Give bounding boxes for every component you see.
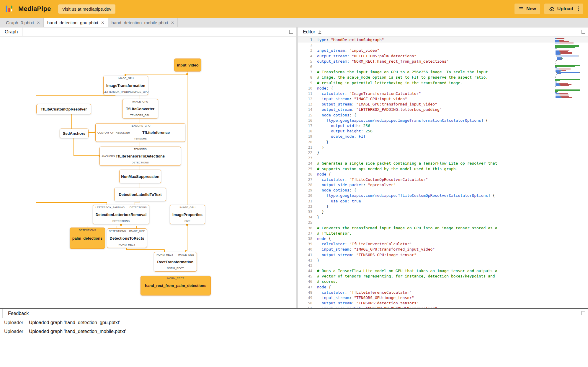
graph-tab-label: Graph (5, 29, 18, 35)
code-line[interactable]: 22} (298, 150, 588, 155)
code-line[interactable]: 15 node_options: { (298, 113, 588, 118)
code-line[interactable]: 19 scale_mode: FIT (298, 134, 588, 139)
code-line[interactable]: 13 output_stream: "IMAGE_GPU:transformed… (298, 102, 588, 107)
minimap[interactable] (555, 38, 584, 98)
code-line[interactable]: 39 calculator: "TfLiteConverterCalculato… (298, 241, 588, 247)
graph-node-palm_detections[interactable]: DETECTIONSpalm_detections (70, 228, 105, 249)
code-line[interactable]: 38node { (298, 236, 588, 241)
code-line[interactable]: 31 use_gpu: true (298, 199, 588, 204)
code-line[interactable]: 18 output_height: 256 (298, 129, 588, 134)
code-line[interactable]: 11 calculator: "ImageTransformationCalcu… (298, 91, 588, 96)
file-tab-graph-0-pbtxt[interactable]: Graph_0.pbtxt× (2, 18, 44, 27)
code-line[interactable]: 24# Generates a single side packet conta… (298, 161, 588, 166)
code-line[interactable]: 21 } (298, 145, 588, 150)
code-line[interactable]: 2 (298, 43, 588, 48)
upload-button[interactable]: Upload (544, 4, 583, 14)
graph-node-non_max_suppression[interactable]: NonMaxSuppression (119, 170, 161, 183)
graph-node-tflite_inference[interactable]: TENSORS_GPUTfLiteInferenceTENSORSCUSTOM_… (95, 123, 185, 142)
code-line[interactable]: 27 calculator: "TfLiteCustomOpResolverCa… (298, 177, 588, 182)
tab-close-icon[interactable]: × (171, 20, 174, 25)
graph-node-tflite_custom_op_resolver[interactable]: TfLiteCustomOpResolver (36, 104, 91, 114)
code-line[interactable]: 1type: "HandDetectionSubgraph" (298, 37, 588, 43)
editor-expand-panel-icon[interactable] (582, 30, 585, 34)
code-line[interactable]: 30 [type.googleapis.com/mediapipe.TfLite… (298, 193, 588, 198)
code-line[interactable]: 50 output_stream: "TENSORS:detection_ten… (298, 301, 588, 306)
graph-canvas[interactable]: input_videoIMAGE_GPUImageTransformationL… (0, 27, 296, 308)
graph-expand-panel-icon[interactable] (289, 30, 293, 34)
code-line[interactable]: 20 } (298, 139, 588, 145)
code-line[interactable]: 29 node_options: { (298, 188, 588, 193)
code-line[interactable]: 8# image, the scale_mode option is set t… (298, 75, 588, 80)
minimap-line (555, 50, 584, 51)
code-line[interactable]: 6 (298, 64, 588, 69)
minimap-line (555, 38, 584, 39)
file-tab-hand-detection-gpu-pbtxt[interactable]: hand_detection_gpu.pbtxt× (44, 18, 108, 27)
code-line[interactable]: 5output_stream: "NORM_RECT:hand_rect_fro… (298, 59, 588, 64)
code-line[interactable]: 42} (298, 258, 588, 263)
node-input-ports: IMAGE_GPU (122, 99, 158, 104)
graph-node-input_video[interactable]: input_video (174, 59, 201, 72)
graph-node-detection_letterbox_removal[interactable]: LETTERBOX_PADDINGDETECTIONSDetectionLett… (93, 205, 149, 224)
visit-us-text: Visit us at (62, 7, 83, 12)
line-number: 14 (298, 107, 317, 112)
graph-node-hand_rect_from_palm_detections[interactable]: NORM_RECThand_rect_from_palm_detections (141, 276, 211, 295)
graph-node-tflite_tensors_to_detections[interactable]: TENSORSTfLiteTensorsToDetectionsDETECTIO… (99, 147, 181, 166)
code-line[interactable]: 49 input_stream: "TENSORS_GPU:image_tens… (298, 295, 588, 301)
code-line[interactable]: 41 output_stream: "TENSORS_GPU:image_ten… (298, 252, 588, 258)
graph-tab[interactable]: Graph (0, 27, 23, 36)
code-editor[interactable]: 1type: "HandDetectionSubgraph"23input_st… (298, 37, 588, 308)
code-line[interactable]: 16 [type.googleapis.com/mediapipe.ImageT… (298, 118, 588, 123)
graph-node-rect_transformation[interactable]: NORM_RECTIMAGE_SIZERectTransformationNOR… (154, 252, 197, 272)
code-line[interactable]: 43 (298, 263, 588, 268)
graph-node-image_properties[interactable]: IMAGE_GPUImagePropertiesSIZE (170, 205, 205, 224)
node-title: TfLiteConverter (122, 104, 158, 114)
editor-tab[interactable]: Editor (298, 27, 327, 36)
graph-node-tflite_converter[interactable]: IMAGE_GPUTfLiteConverterTENSORS_GPU (122, 99, 158, 118)
code-line[interactable]: 7# Transforms the input image on GPU to … (298, 69, 588, 75)
upload-menu-kebab-icon[interactable] (577, 6, 579, 12)
code-line[interactable]: 12 input_stream: "IMAGE_GPU:input_video" (298, 96, 588, 102)
minimap-line (555, 70, 584, 71)
code-line[interactable]: 44# Runs a TensorFlow Lite model on GPU … (298, 268, 588, 274)
code-line[interactable]: 35 (298, 220, 588, 225)
graph-node-ssd_anchors[interactable]: SsdAnchors (60, 129, 89, 138)
tab-close-icon[interactable]: × (101, 20, 104, 25)
feedback-expand-panel-icon[interactable] (582, 311, 585, 315)
graph-node-detection_label_id_to_text[interactable]: DetectionLabelIdToText (114, 188, 166, 201)
code-line[interactable]: 51 input_side_packet: "CUSTOM_OP_RESOLVE… (298, 306, 588, 308)
panel-resize-divider[interactable] (296, 27, 298, 308)
code-line[interactable]: 17 output_width: 256 (298, 123, 588, 129)
new-button[interactable]: New (514, 4, 540, 14)
feedback-tab[interactable]: Feedback (2, 309, 34, 318)
code-line[interactable]: 26node { (298, 172, 588, 177)
code-line[interactable]: 25# supports custom ops needed by the mo… (298, 166, 588, 172)
code-line[interactable]: 32 } (298, 204, 588, 209)
code-line[interactable]: 37# TfLiteTensor. (298, 231, 588, 236)
code-line[interactable]: 33 } (298, 209, 588, 215)
code-line[interactable]: 36# Converts the transformed input image… (298, 225, 588, 231)
code-line[interactable]: 4output_stream: "DETECTIONS:palm_detecti… (298, 53, 588, 59)
code-line[interactable]: 3input_stream: "input_video" (298, 48, 588, 53)
code-line[interactable]: 28 output_side_packet: "opresolver" (298, 182, 588, 188)
tab-close-icon[interactable]: × (37, 20, 40, 25)
line-number: 30 (298, 193, 317, 198)
file-tab-hand-detection-mobile-pbtxt[interactable]: hand_detection_mobile.pbtxt× (108, 18, 178, 27)
node-output-ports: NORM_RECT (154, 267, 197, 271)
download-icon[interactable] (318, 30, 322, 34)
graph-node-image_transformation[interactable]: IMAGE_GPUImageTransformationLETTERBOX_PA… (103, 76, 148, 95)
code-line[interactable]: 10node: { (298, 86, 588, 91)
code-line[interactable]: 47node { (298, 285, 588, 290)
code-line[interactable]: 23 (298, 155, 588, 161)
code-line[interactable]: 45# vector of tensors representing, for … (298, 274, 588, 279)
mediapipe-dev-link[interactable]: mediapipe.dev (83, 7, 112, 12)
code-line[interactable]: 40 input_stream: "IMAGE_GPU:transformed_… (298, 247, 588, 252)
code-line[interactable]: 9# resulting in potential letterboxing i… (298, 80, 588, 86)
code-line[interactable]: 46# scores. (298, 279, 588, 284)
code-line[interactable]: 34} (298, 215, 588, 220)
graph-node-detections_to_rects[interactable]: DETECTIONSIMAGE_SIZEDetectionsToRectsNOR… (107, 228, 147, 248)
line-number: 12 (298, 96, 317, 102)
port-label: TENSORS_GPU (130, 124, 150, 128)
code-line[interactable]: 14 output_stream: "LETTERBOX_PADDING:let… (298, 107, 588, 112)
code-line[interactable]: 48 calculator: "TfLiteInferenceCalculato… (298, 290, 588, 295)
port-label: LETTERBOX_PADDING (95, 206, 125, 210)
